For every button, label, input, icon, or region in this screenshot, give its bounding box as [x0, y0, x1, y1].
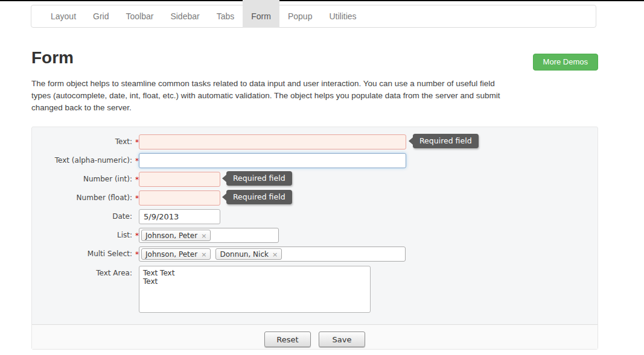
text-input[interactable]: [139, 134, 406, 149]
textarea-field-label: Text Area:: [32, 266, 132, 281]
float-field-label: Number (float):: [32, 190, 132, 206]
tab-form[interactable]: Form: [243, 0, 279, 28]
alpha-field-label: Text (alpha-numeric):: [32, 153, 132, 168]
remove-token-icon[interactable]: ×: [272, 251, 278, 259]
date-field-label: Date:: [32, 209, 132, 224]
multi-token: Johnson, Peter×: [141, 248, 211, 260]
remove-token-icon[interactable]: ×: [201, 232, 206, 240]
text-area-input[interactable]: Text Text Text: [139, 266, 371, 313]
nav-tabs: Layout Grid Toolbar Sidebar Tabs Form Po…: [42, 0, 365, 28]
page-title: Form: [31, 48, 74, 68]
list-token: Johnson, Peter×: [141, 230, 211, 241]
token-label: Donnun, Nick: [220, 250, 269, 259]
tab-layout[interactable]: Layout: [42, 0, 84, 28]
date-input[interactable]: [139, 209, 220, 224]
tab-tabs[interactable]: Tabs: [208, 0, 243, 28]
required-tooltip: Required field: [226, 171, 292, 186]
number-float-input[interactable]: [139, 190, 220, 206]
tab-popup[interactable]: Popup: [279, 0, 320, 28]
tab-utilities[interactable]: Utilities: [320, 0, 365, 28]
token-label: Johnson, Peter: [145, 231, 197, 240]
page: Layout Grid Toolbar Sidebar Tabs Form Po…: [0, 0, 644, 355]
number-int-input[interactable]: [139, 172, 220, 187]
required-tooltip: Required field: [413, 134, 479, 148]
reset-button[interactable]: Reset: [264, 331, 311, 347]
tab-toolbar[interactable]: Toolbar: [118, 0, 162, 28]
page-description: The form object helps to steamline commo…: [31, 78, 514, 114]
text-field-label: Text:: [32, 134, 132, 149]
list-field-label: List:: [32, 228, 132, 243]
more-demos-button[interactable]: More Demos: [533, 54, 598, 71]
form-panel: Text: * Required field Text (alpha-numer…: [31, 127, 598, 350]
tab-grid[interactable]: Grid: [84, 0, 117, 28]
remove-token-icon[interactable]: ×: [201, 251, 206, 259]
list-input[interactable]: Johnson, Peter×: [139, 228, 279, 243]
token-label: Johnson, Peter: [145, 250, 197, 259]
alpha-numeric-input[interactable]: [139, 153, 406, 168]
form-footer: Reset Save: [32, 324, 598, 349]
save-button[interactable]: Save: [319, 331, 365, 347]
multiselect-field-label: Multi Select:: [32, 247, 132, 262]
tab-sidebar[interactable]: Sidebar: [162, 0, 208, 28]
int-field-label: Number (int):: [32, 172, 132, 187]
multi-select-input[interactable]: Johnson, Peter× Donnun, Nick×: [139, 247, 406, 262]
required-tooltip: Required field: [226, 190, 292, 204]
multi-token: Donnun, Nick×: [215, 248, 282, 260]
